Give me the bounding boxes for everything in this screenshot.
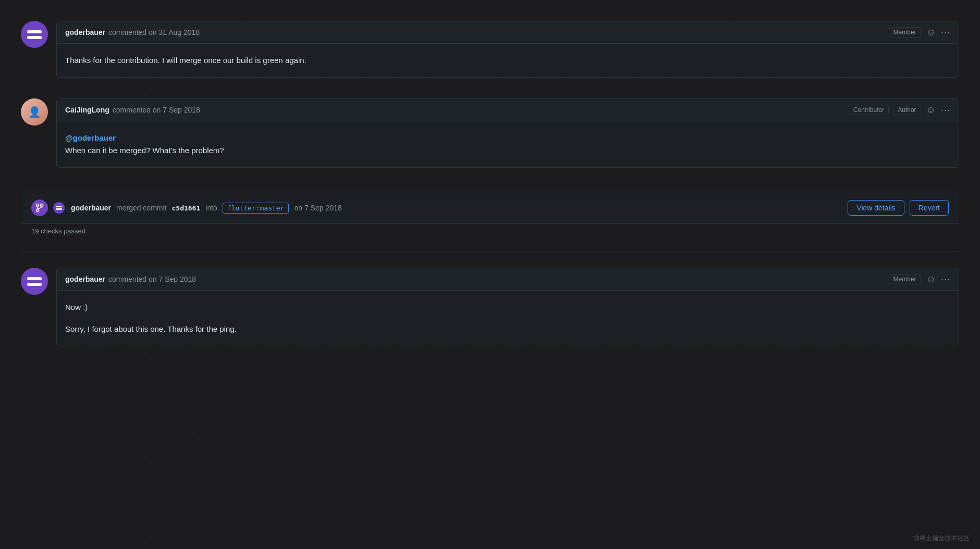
comment-header-right-3: Member ☺ ··· — [889, 273, 950, 285]
merge-avatar-small — [53, 202, 65, 214]
svg-point-1 — [41, 204, 43, 207]
comment-timestamp-2: commented on 7 Sep 2018 — [113, 106, 200, 114]
comment-header-left-3: goderbauer commented on 7 Sep 2018 — [65, 275, 196, 283]
comment-block-3: goderbauer commented on 7 Sep 2018 Membe… — [21, 257, 959, 357]
comment-text-2a: @goderbauer — [65, 132, 950, 144]
emoji-button-2[interactable]: ☺ — [925, 104, 937, 116]
avatar-icon-3 — [27, 277, 42, 286]
comment-author-3: goderbauer — [65, 275, 105, 283]
merge-event-row: goderbauer merged commit c5d1661 into fl… — [21, 192, 959, 224]
comment-header-left-2: CaiJingLong commented on 7 Sep 2018 — [65, 106, 200, 114]
merge-avatar-bars — [56, 206, 62, 210]
more-button-1[interactable]: ··· — [941, 27, 950, 38]
comment-author-1: goderbauer — [65, 28, 105, 36]
comment-body-1: Thanks for the contribution. I will merg… — [57, 44, 959, 77]
view-details-button[interactable]: View details — [848, 200, 904, 216]
merge-avatar-bar-top — [56, 206, 62, 208]
svg-point-0 — [36, 204, 39, 207]
comment-header-1: goderbauer commented on 31 Aug 2018 Memb… — [57, 21, 959, 44]
comment-text-3a: Now :) — [65, 301, 950, 314]
checks-passed: 19 checks passed — [21, 224, 959, 238]
comment-block-1: goderbauer commented on 31 Aug 2018 Memb… — [21, 10, 959, 88]
avatar-goderbauer-1 — [21, 21, 48, 48]
avatar-bar-top — [27, 30, 42, 33]
badge-contributor: Contributor — [849, 105, 889, 115]
merge-event: goderbauer merged commit c5d1661 into fl… — [21, 183, 959, 246]
merge-event-left: goderbauer merged commit c5d1661 into fl… — [31, 199, 342, 216]
comment-card-2: CaiJingLong commented on 7 Sep 2018 Cont… — [56, 98, 959, 168]
merge-username: goderbauer — [71, 204, 111, 212]
comment-timestamp-3: commented on 7 Sep 2018 — [108, 275, 196, 283]
comment-header-left-1: goderbauer commented on 31 Aug 2018 — [65, 28, 200, 36]
merge-svg-icon — [35, 203, 44, 213]
merge-action: merged commit — [116, 204, 166, 212]
comment-block-2: 👤 CaiJingLong commented on 7 Sep 2018 Co… — [21, 88, 959, 178]
comment-header-3: goderbauer commented on 7 Sep 2018 Membe… — [57, 268, 959, 291]
svg-point-2 — [36, 209, 39, 212]
comment-header-2: CaiJingLong commented on 7 Sep 2018 Cont… — [57, 99, 959, 121]
merge-event-right: View details Revert — [848, 200, 949, 216]
merge-branch: flutter:master — [223, 203, 289, 214]
merge-icon-circle — [31, 199, 48, 216]
emoji-button-1[interactable]: ☺ — [925, 27, 937, 38]
revert-button[interactable]: Revert — [910, 200, 949, 216]
comment-text-2b: When can it be merged? What's the proble… — [65, 144, 950, 157]
avatar-emoji: 👤 — [28, 106, 41, 118]
more-button-3[interactable]: ··· — [941, 274, 950, 285]
comment-author-2: CaiJingLong — [65, 106, 109, 114]
badge-author: Author — [893, 105, 921, 115]
comment-header-right-2: Contributor Author ☺ ··· — [849, 104, 950, 116]
avatar-bar-top-3 — [27, 277, 42, 280]
merge-avatar-bar-bottom — [56, 208, 62, 210]
comment-card-1: goderbauer commented on 31 Aug 2018 Memb… — [56, 21, 959, 78]
emoji-button-3[interactable]: ☺ — [925, 273, 937, 285]
comment-text-3b: Sorry, I forgot about this one. Thanks f… — [65, 323, 950, 335]
avatar-bar-bottom — [27, 36, 42, 39]
avatar-caijinglong: 👤 — [21, 98, 48, 126]
comment-thread: goderbauer commented on 31 Aug 2018 Memb… — [21, 10, 959, 357]
merge-into-text: into — [205, 204, 217, 212]
comment-body-2: @goderbauer When can it be merged? What'… — [57, 121, 959, 167]
comment-body-3: Now :) Sorry, I forgot about this one. T… — [57, 291, 959, 346]
avatar-icon — [27, 30, 42, 39]
badge-member-1: Member — [889, 27, 921, 38]
comment-text-1: Thanks for the contribution. I will merg… — [65, 54, 950, 67]
watermark: @稀土掘金技术社区 — [913, 534, 970, 543]
merge-date: on 7 Sep 2018 — [294, 204, 341, 212]
comment-timestamp-1: commented on 31 Aug 2018 — [108, 28, 200, 36]
avatar-bar-bottom-3 — [27, 283, 42, 286]
avatar-goderbauer-3 — [21, 268, 48, 295]
merge-commit-hash: c5d1661 — [172, 204, 200, 212]
comment-header-right-1: Member ☺ ··· — [889, 27, 950, 38]
more-button-2[interactable]: ··· — [941, 105, 950, 116]
badge-member-3: Member — [889, 274, 921, 284]
separator — [21, 252, 959, 252]
comment-card-3: goderbauer commented on 7 Sep 2018 Membe… — [56, 268, 959, 346]
